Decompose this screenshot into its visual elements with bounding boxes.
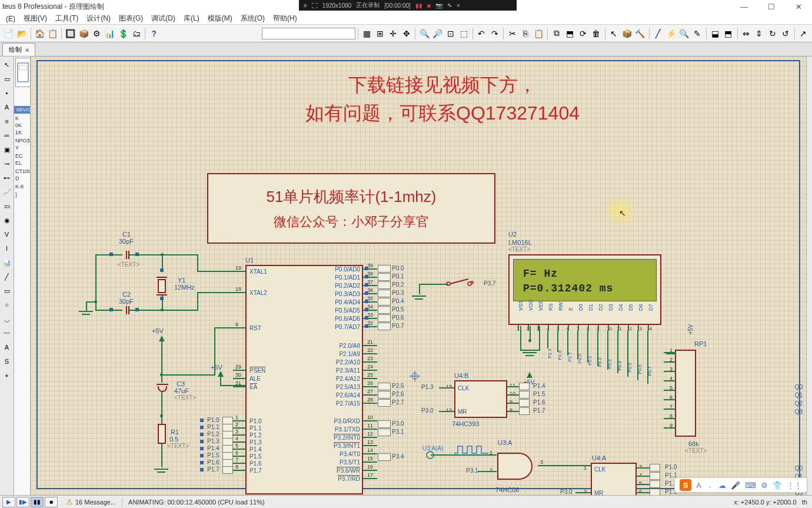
close-button[interactable]: ✕ xyxy=(785,0,812,13)
block-copy-icon[interactable]: ⧉ xyxy=(550,26,563,41)
hamburger-icon[interactable]: ≡ xyxy=(304,2,307,9)
cut-icon[interactable]: ✂ xyxy=(506,26,518,41)
new-icon[interactable]: 📄 xyxy=(2,26,15,41)
probe-i-icon[interactable]: I xyxy=(1,243,13,254)
snap-icon[interactable]: ⊞ xyxy=(374,26,386,41)
circle-2d-icon[interactable]: ○ xyxy=(1,299,13,311)
generator-mode-icon[interactable]: ◉ xyxy=(1,214,13,226)
ime-cloud-icon[interactable]: ☁ xyxy=(718,481,726,490)
help-icon[interactable]: ? xyxy=(148,26,160,41)
pin-mode-icon[interactable]: ⊷ xyxy=(1,172,13,184)
mirror-h-icon[interactable]: ⇔ xyxy=(740,26,752,41)
origin-icon[interactable]: ✛ xyxy=(387,26,400,41)
block-rotate-icon[interactable]: ⟳ xyxy=(577,26,589,41)
tape-mode-icon[interactable]: ▭ xyxy=(1,200,13,212)
menu-item[interactable]: 帮助(H) xyxy=(269,12,301,25)
resistor-icon[interactable] xyxy=(158,424,166,444)
schematic-icon[interactable]: 📋 xyxy=(46,26,59,41)
ime-more-icon[interactable]: ⋮⋮ xyxy=(787,481,802,490)
tab-close-icon[interactable]: × xyxy=(25,47,29,54)
subcircuit-mode-icon[interactable]: ▣ xyxy=(1,144,13,155)
preview-window[interactable] xyxy=(15,58,31,87)
menu-item[interactable]: (E) xyxy=(2,14,19,24)
zoom-fit-icon[interactable]: ⊡ xyxy=(444,26,457,41)
rotate-cw-icon[interactable]: ↻ xyxy=(766,26,778,41)
pencil-icon[interactable]: ✎ xyxy=(447,2,452,9)
text-mode-icon[interactable]: ≡ xyxy=(1,115,13,127)
block-delete-icon[interactable]: 🗑 xyxy=(590,26,602,41)
menu-item[interactable]: 调试(D) xyxy=(148,12,179,25)
component-mode-icon[interactable]: ▭ xyxy=(1,73,13,85)
menu-item[interactable]: 模版(M) xyxy=(204,12,236,25)
tab-schematic[interactable]: 绘制 × xyxy=(2,43,35,56)
rec-close-icon[interactable]: × xyxy=(457,2,460,9)
bus-mode-icon[interactable]: ═ xyxy=(1,130,13,141)
expand-icon[interactable]: ⛶ xyxy=(312,2,318,9)
status-messages[interactable]: 16 Message... xyxy=(75,499,116,506)
menu-item[interactable]: 工具(T) xyxy=(52,12,82,25)
selection-mode-icon[interactable]: ↖ xyxy=(1,59,13,71)
menu-item[interactable]: 系统(O) xyxy=(237,12,268,25)
symbol-2d-icon[interactable]: S xyxy=(1,356,13,367)
mirror-v-icon[interactable]: ⇕ xyxy=(753,26,766,41)
pick-icon[interactable]: ↖ xyxy=(608,26,620,41)
search-net-icon[interactable]: 🔍 xyxy=(678,26,690,41)
zoom-area-icon[interactable]: ⬚ xyxy=(457,26,470,41)
ime-settings-icon[interactable]: ⚙ xyxy=(761,481,768,490)
marker-2d-icon[interactable]: + xyxy=(1,370,13,381)
menu-item[interactable]: 库(L) xyxy=(180,12,203,25)
3d-icon[interactable]: 📦 xyxy=(78,26,90,41)
text-2d-icon[interactable]: A xyxy=(1,341,13,353)
camera-icon[interactable]: 📷 xyxy=(435,2,442,9)
stop-icon[interactable]: ■ xyxy=(427,2,431,9)
device-list[interactable]: K0K1K NPO33PY ECEL CT10U16VD K-8 ] xyxy=(14,114,30,200)
switch-icon[interactable] xyxy=(446,278,474,288)
probe-v-icon[interactable]: V xyxy=(1,228,13,240)
path-2d-icon[interactable]: 〰 xyxy=(1,327,13,339)
sogou-logo-icon[interactable]: S xyxy=(680,479,691,491)
ime-voice-icon[interactable]: 🎤 xyxy=(731,481,740,490)
menu-item[interactable]: 设计(N) xyxy=(83,12,114,25)
arc-2d-icon[interactable]: ◡ xyxy=(1,313,13,325)
wire-icon[interactable]: ╱ xyxy=(651,26,664,41)
bring-front-icon[interactable]: ⬒ xyxy=(722,26,734,41)
maximize-button[interactable]: ☐ xyxy=(758,0,785,13)
pause-button[interactable]: ▮▮ xyxy=(31,497,44,507)
gerber-icon[interactable]: ⚙ xyxy=(91,26,103,41)
zoom-out-icon[interactable]: 🔎 xyxy=(431,26,444,41)
exit-icon[interactable]: ↗ xyxy=(797,26,810,41)
cost-icon[interactable]: 💲 xyxy=(117,26,129,41)
minimize-button[interactable]: — xyxy=(731,0,758,13)
stop-button[interactable]: ■ xyxy=(45,497,58,507)
open-icon[interactable]: 📂 xyxy=(15,26,28,41)
box-2d-icon[interactable]: ▭ xyxy=(1,285,13,297)
search-input[interactable] xyxy=(262,28,356,39)
generator-icon[interactable] xyxy=(426,451,434,459)
decompose-icon[interactable]: 🔨 xyxy=(634,26,646,41)
ime-keyboard-icon[interactable]: ⌨ xyxy=(745,481,756,490)
ime-punct-icon[interactable]: ， xyxy=(706,480,714,490)
paste-icon[interactable]: 📋 xyxy=(533,26,545,41)
junction-mode-icon[interactable]: • xyxy=(1,87,13,99)
menu-item[interactable]: 图表(G) xyxy=(115,12,147,25)
pan-icon[interactable]: ✥ xyxy=(400,26,412,41)
schematic-canvas[interactable]: 下载链接见视频下方， 如有问题，可联系QQ173271404 ↖ 51单片机频率… xyxy=(31,57,806,495)
autoroute-icon[interactable]: ⚡ xyxy=(665,26,677,41)
ime-toolbar[interactable]: S A ， ☁ 🎤 ⌨ ⚙ 👕 ⋮⋮ xyxy=(674,477,807,493)
send-back-icon[interactable]: ⬓ xyxy=(709,26,721,41)
redo-icon[interactable]: ↷ xyxy=(488,26,501,41)
copy-icon[interactable]: ⎘ xyxy=(520,26,532,41)
undo-icon[interactable]: ↶ xyxy=(475,26,488,41)
bom-icon[interactable]: 📊 xyxy=(104,26,116,41)
instrument-icon[interactable]: 📊 xyxy=(1,257,13,268)
terminal-mode-icon[interactable]: ⊸ xyxy=(1,158,13,170)
play-button[interactable]: ▶ xyxy=(2,497,15,507)
polar-cap-icon[interactable] xyxy=(157,381,168,392)
resistor-pack-icon[interactable] xyxy=(675,350,696,437)
graph-mode-icon[interactable]: 📈 xyxy=(1,186,13,198)
and-gate-icon[interactable] xyxy=(495,450,541,483)
line-2d-icon[interactable]: ╱ xyxy=(1,271,13,283)
design-icon[interactable]: 🗂 xyxy=(130,26,142,41)
pcb-icon[interactable]: 🔲 xyxy=(64,26,76,41)
schematic-title-box[interactable]: 51单片机频率计(1-1mhz) 微信公众号：小邓子分享官 xyxy=(207,173,495,244)
